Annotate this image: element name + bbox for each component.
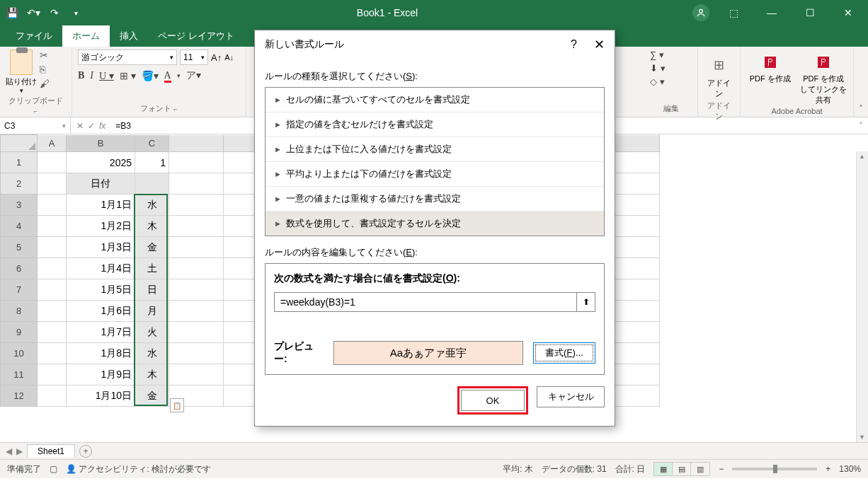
tab-home[interactable]: ホーム — [62, 25, 110, 47]
cell[interactable]: 1月8日 — [67, 343, 135, 364]
fill-color-icon[interactable]: 🪣▾ — [142, 70, 159, 81]
page-layout-view-icon[interactable]: ▤ — [673, 463, 691, 475]
minimize-icon[interactable]: — — [758, 2, 786, 23]
accessibility-status[interactable]: 👤 アクセシビリティ: 検討が必要です — [66, 463, 211, 475]
format-painter-icon[interactable]: 🖌 — [40, 78, 50, 89]
cell[interactable] — [38, 216, 67, 237]
row-header[interactable]: 6 — [1, 258, 38, 279]
column-header[interactable] — [169, 135, 224, 152]
row-header[interactable]: 5 — [1, 237, 38, 258]
cell[interactable]: 土 — [135, 258, 169, 279]
maximize-icon[interactable]: ☐ — [796, 2, 824, 23]
row-header[interactable]: 8 — [1, 301, 38, 322]
rule-type-item[interactable]: ►一意の値または重複する値だけを書式設定 — [265, 187, 604, 211]
cell[interactable] — [169, 322, 224, 343]
cell[interactable] — [38, 173, 67, 195]
cell[interactable] — [169, 216, 224, 237]
cell[interactable]: 水 — [135, 343, 169, 364]
cut-icon[interactable]: ✂ — [40, 50, 50, 61]
addin-icon[interactable]: ⊞ — [708, 54, 731, 76]
new-sheet-icon[interactable]: + — [79, 445, 92, 458]
pdf-create-button[interactable]: 🅿 PDF を作成 — [746, 52, 794, 105]
cell[interactable] — [38, 195, 67, 216]
cell[interactable]: 1月4日 — [67, 258, 135, 279]
cell[interactable]: 1月9日 — [67, 364, 135, 386]
paste-button[interactable]: 貼り付け ▾ — [6, 50, 37, 94]
format-button[interactable]: 書式(F)... — [533, 342, 595, 364]
cell[interactable] — [38, 322, 67, 343]
cell[interactable]: 1月1日 — [67, 195, 135, 216]
decrease-font-icon[interactable]: A↓ — [224, 53, 234, 62]
cell[interactable] — [169, 279, 224, 301]
expand-formula-bar-icon[interactable]: ˅ — [854, 121, 868, 131]
rule-type-item[interactable]: ►上位または下位に入る値だけを書式設定 — [265, 137, 604, 162]
phonetic-icon[interactable]: ア▾ — [186, 69, 201, 82]
zoom-slider[interactable] — [732, 468, 817, 470]
cell[interactable] — [135, 173, 169, 195]
cell[interactable]: 月 — [135, 301, 169, 322]
rule-type-item[interactable]: ►数式を使用して、書式設定するセルを決定 — [265, 211, 604, 236]
cell[interactable]: 日付 — [67, 173, 135, 195]
collapse-ribbon-icon[interactable]: ˄ — [854, 47, 868, 117]
row-header[interactable]: 10 — [1, 343, 38, 364]
enter-formula-icon[interactable]: ✓ — [88, 121, 95, 131]
view-mode-switcher[interactable]: ▦ ▤ ▥ — [653, 462, 710, 476]
zoom-out-icon[interactable]: − — [719, 464, 724, 474]
cell[interactable] — [38, 152, 67, 173]
dialog-close-icon[interactable]: ✕ — [594, 37, 605, 52]
copy-icon[interactable]: ⎘ — [40, 64, 50, 75]
page-break-view-icon[interactable]: ▥ — [691, 463, 709, 475]
cell[interactable]: 水 — [135, 195, 169, 216]
fill-icon[interactable]: ⬇ ▾ — [650, 63, 666, 74]
border-icon[interactable]: ⊞ ▾ — [120, 70, 136, 81]
cell[interactable] — [169, 258, 224, 279]
zoom-level[interactable]: 130% — [839, 464, 861, 474]
cell[interactable]: 1月7日 — [67, 322, 135, 343]
rule-formula-input[interactable] — [274, 292, 577, 312]
sheet-nav-prev-icon[interactable]: ◀ — [6, 446, 12, 456]
insert-function-icon[interactable]: fx — [99, 121, 105, 131]
cell[interactable] — [169, 152, 224, 173]
cell[interactable] — [169, 301, 224, 322]
cell[interactable]: 1月3日 — [67, 237, 135, 258]
paste-options-icon[interactable]: 📋 — [170, 398, 184, 412]
qat-dropdown-icon[interactable]: ▾ — [69, 6, 82, 19]
normal-view-icon[interactable]: ▦ — [654, 463, 673, 475]
vertical-scrollbar[interactable] — [856, 151, 868, 442]
cell[interactable] — [38, 237, 67, 258]
bold-button[interactable]: B — [78, 70, 84, 81]
tab-file[interactable]: ファイル — [6, 25, 62, 47]
ribbon-display-icon[interactable]: ⬚ — [719, 2, 748, 23]
row-header[interactable]: 3 — [1, 195, 38, 216]
cell[interactable] — [169, 195, 224, 216]
autosum-icon[interactable]: ∑ ▾ — [650, 50, 664, 60]
cell[interactable] — [38, 279, 67, 301]
font-color-icon[interactable]: A — [164, 70, 171, 81]
save-icon[interactable]: 💾 — [6, 6, 18, 19]
name-box[interactable]: C3▾ — [0, 117, 71, 134]
zoom-in-icon[interactable]: + — [826, 464, 830, 474]
row-header[interactable]: 12 — [1, 386, 38, 407]
sheet-nav-next-icon[interactable]: ▶ — [16, 446, 23, 456]
sheet-tab[interactable]: Sheet1 — [27, 444, 75, 458]
ok-button[interactable]: OK — [461, 390, 525, 411]
dialog-help-icon[interactable]: ? — [571, 38, 577, 51]
cell[interactable]: 日 — [135, 279, 169, 301]
row-header[interactable]: 4 — [1, 216, 38, 237]
cell[interactable] — [38, 301, 67, 322]
cell[interactable] — [169, 343, 224, 364]
undo-icon[interactable]: ↶▾ — [27, 6, 40, 19]
cell[interactable] — [38, 258, 67, 279]
rule-type-item[interactable]: ►指定の値を含むセルだけを書式設定 — [265, 112, 604, 137]
row-header[interactable]: 2 — [1, 173, 38, 195]
collapse-dialog-icon[interactable]: ⬆ — [577, 292, 595, 312]
rule-type-item[interactable]: ►セルの値に基づいてすべてのセルを書式設定 — [265, 88, 604, 112]
cell[interactable] — [169, 237, 224, 258]
cell[interactable]: 1 — [135, 152, 169, 173]
cell[interactable]: 金 — [135, 237, 169, 258]
italic-button[interactable]: I — [90, 70, 93, 81]
cell[interactable] — [38, 386, 67, 407]
user-avatar-icon[interactable] — [692, 4, 709, 21]
cell[interactable]: 1月2日 — [67, 216, 135, 237]
cancel-button[interactable]: キャンセル — [537, 386, 605, 407]
